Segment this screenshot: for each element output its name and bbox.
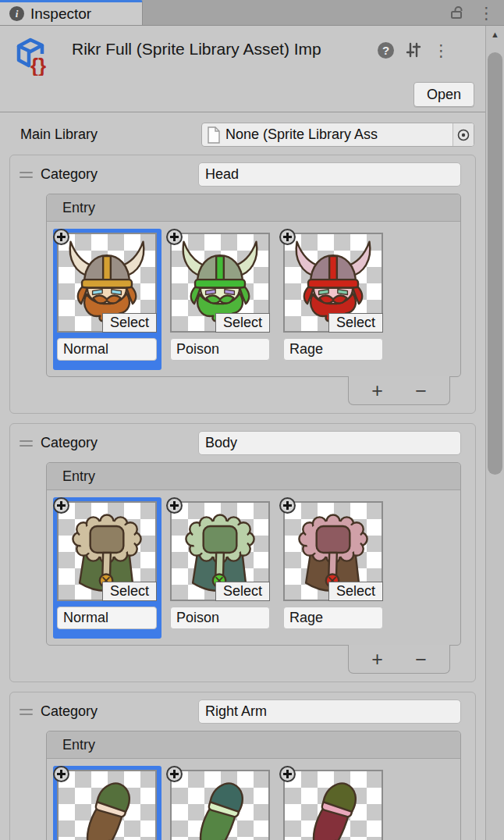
- sprite-library-asset-icon: {}: [11, 35, 51, 76]
- sprite-thumbnail[interactable]: Select: [283, 233, 383, 333]
- kebab-menu-icon[interactable]: ⋮: [478, 5, 495, 21]
- sprite-thumbnail[interactable]: Select: [57, 770, 157, 840]
- add-overlay-icon[interactable]: [166, 229, 183, 245]
- asset-title: Rikr Full (Sprite Library Asset) Imp: [72, 40, 374, 59]
- help-icon[interactable]: ?: [378, 42, 394, 59]
- entry-name-field[interactable]: Rage: [283, 338, 383, 361]
- viking-arm-sprite: [59, 771, 155, 840]
- entry-list-header: Entry: [47, 194, 460, 222]
- remove-entry-button[interactable]: −: [399, 650, 443, 669]
- entry-name-field[interactable]: Poison: [170, 338, 270, 361]
- open-button[interactable]: Open: [413, 82, 474, 107]
- category-label: Category: [41, 703, 198, 720]
- viking-arm-sprite: [285, 771, 382, 840]
- drag-handle-icon[interactable]: [20, 440, 33, 447]
- entry-name-field[interactable]: Poison: [170, 607, 270, 629]
- sprite-entry[interactable]: Select Normal: [53, 229, 161, 370]
- entry-list: Entry Select Normal Select: [46, 194, 461, 377]
- select-sprite-button[interactable]: Select: [328, 313, 383, 333]
- scroll-up-arrow[interactable]: ▲: [486, 26, 504, 43]
- tab-bar: i Inspector ⋮: [0, 0, 504, 26]
- kebab-menu-icon[interactable]: ⋮: [433, 42, 449, 59]
- tab-inspector[interactable]: i Inspector: [0, 0, 143, 25]
- sprite-thumbnail[interactable]: Select: [170, 770, 270, 840]
- category-name-field[interactable]: Body: [198, 431, 461, 455]
- scrollbar-thumb[interactable]: [488, 52, 502, 475]
- entry-list-header: Entry: [47, 731, 460, 759]
- presets-icon[interactable]: [405, 41, 422, 59]
- sprite-entry[interactable]: Select Rage: [279, 766, 388, 840]
- sprite-thumbnail[interactable]: Select: [283, 770, 383, 840]
- select-sprite-button[interactable]: Select: [215, 582, 270, 601]
- inspector-header: {} Rikr Full (Sprite Library Asset) Imp …: [0, 26, 485, 112]
- main-library-value: None (Sprite Library Ass: [225, 126, 453, 143]
- tab-label: Inspector: [30, 5, 91, 23]
- select-sprite-button[interactable]: Select: [328, 582, 383, 601]
- remove-entry-button[interactable]: −: [399, 381, 443, 400]
- sprite-thumbnail[interactable]: Select: [170, 233, 270, 333]
- category-name-field[interactable]: Head: [198, 162, 461, 187]
- drag-handle-icon[interactable]: [20, 172, 33, 178]
- add-overlay-icon[interactable]: [53, 229, 69, 245]
- category-group: Category Right Arm Entry Select Normal S…: [9, 692, 476, 840]
- scrollbar[interactable]: ▲: [485, 26, 504, 840]
- entry-name-field[interactable]: Normal: [57, 607, 157, 629]
- sprite-entry[interactable]: Select Normal: [53, 497, 161, 639]
- sprite-entry[interactable]: Select Poison: [166, 229, 275, 370]
- sprite-thumbnail[interactable]: Select: [57, 501, 157, 601]
- entry-list: Entry Select Normal Select: [46, 462, 461, 646]
- entry-list-footer: + −: [348, 376, 450, 405]
- object-picker-icon[interactable]: [453, 123, 474, 146]
- sprite-entry[interactable]: Select Normal: [53, 766, 161, 840]
- select-sprite-button[interactable]: Select: [102, 313, 157, 333]
- sprite-entry[interactable]: Select Rage: [279, 497, 388, 639]
- svg-text:{}: {}: [30, 54, 46, 76]
- add-overlay-icon[interactable]: [166, 766, 183, 782]
- main-library-label: Main Library: [20, 126, 201, 143]
- add-overlay-icon[interactable]: [166, 497, 183, 514]
- entry-list-footer: + −: [348, 645, 450, 674]
- add-overlay-icon[interactable]: [53, 497, 69, 514]
- add-overlay-icon[interactable]: [279, 497, 296, 514]
- category-label: Category: [41, 435, 198, 451]
- select-sprite-button[interactable]: Select: [102, 582, 157, 601]
- select-sprite-button[interactable]: Select: [215, 313, 270, 333]
- drag-handle-icon[interactable]: [20, 709, 33, 715]
- info-icon: i: [9, 6, 24, 21]
- entry-list: Entry Select Normal Select Poison: [46, 731, 461, 840]
- category-name-field[interactable]: Right Arm: [198, 699, 461, 724]
- sprite-entry[interactable]: Select Poison: [166, 766, 275, 840]
- unlock-icon[interactable]: [449, 4, 466, 21]
- add-entry-button[interactable]: +: [356, 381, 399, 400]
- document-icon: [207, 126, 221, 144]
- entry-list-header: Entry: [47, 463, 460, 490]
- main-library-object-field[interactable]: None (Sprite Library Ass: [201, 123, 474, 147]
- main-library-row: Main Library None (Sprite Library Ass: [20, 123, 474, 147]
- sprite-thumbnail[interactable]: Select: [57, 233, 157, 333]
- sprite-thumbnail[interactable]: Select: [170, 501, 270, 601]
- add-entry-button[interactable]: +: [356, 650, 399, 669]
- sprite-thumbnail[interactable]: Select: [283, 501, 383, 601]
- category-group: Category Head Entry Select Normal: [9, 155, 476, 414]
- viking-arm-sprite: [172, 771, 268, 840]
- entry-name-field[interactable]: Rage: [283, 607, 383, 629]
- entry-name-field[interactable]: Normal: [57, 338, 157, 361]
- category-label: Category: [41, 166, 198, 183]
- add-overlay-icon[interactable]: [53, 766, 69, 782]
- sprite-entry[interactable]: Select Rage: [279, 229, 388, 370]
- add-overlay-icon[interactable]: [279, 766, 296, 782]
- add-overlay-icon[interactable]: [279, 229, 296, 245]
- sprite-entry[interactable]: Select Poison: [166, 497, 275, 639]
- category-group: Category Body Entry Select Nor: [9, 423, 476, 682]
